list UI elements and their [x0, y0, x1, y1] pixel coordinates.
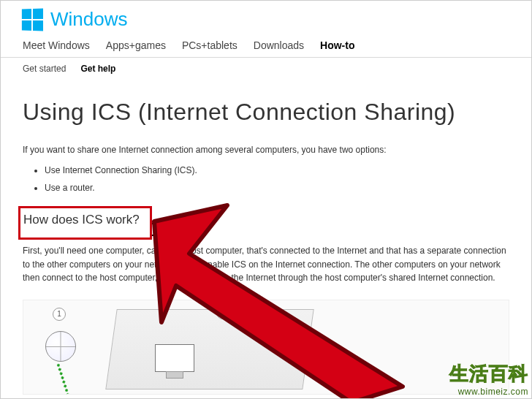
nav-apps-games[interactable]: Apps+games	[106, 39, 166, 51]
list-item: Use Internet Connection Sharing (ICS).	[45, 165, 509, 175]
options-list: Use Internet Connection Sharing (ICS). U…	[23, 165, 509, 193]
monitor-icon	[155, 344, 194, 372]
nav-downloads[interactable]: Downloads	[254, 39, 304, 51]
network-cable-icon	[56, 362, 69, 395]
subnav-get-started[interactable]: Get started	[23, 64, 66, 74]
windows-logo-icon	[22, 8, 43, 31]
nav-meet-windows[interactable]: Meet Windows	[23, 39, 90, 51]
nav-pcs-tablets[interactable]: PCs+tablets	[182, 39, 238, 51]
watermark-url: www.bimeiz.com	[449, 387, 528, 397]
diagram-label-1: 1	[53, 308, 66, 321]
room-outline	[105, 309, 314, 390]
watermark-text: 生活百科	[449, 361, 528, 387]
intro-text: If you want to share one Internet connec…	[23, 145, 509, 155]
page-title: Using ICS (Internet Connection Sharing)	[23, 99, 509, 126]
diagram-label-2: 2	[216, 306, 229, 319]
text-cursor-icon	[154, 223, 156, 236]
primary-nav: Meet Windows Apps+games PCs+tablets Down…	[1, 35, 531, 58]
watermark: 生活百科 www.bimeiz.com	[449, 361, 528, 397]
brand-name: Windows	[50, 8, 127, 31]
globe-icon	[45, 331, 76, 362]
ics-diagram: 1 2	[23, 300, 509, 395]
secondary-nav: Get started Get help	[1, 58, 531, 80]
brand-header: Windows	[1, 1, 531, 35]
section-heading: How does ICS work?	[23, 213, 140, 227]
section-body: First, you'll need one computer, called …	[23, 244, 509, 285]
content-area: Using ICS (Internet Connection Sharing) …	[1, 80, 531, 395]
nav-how-to[interactable]: How-to	[320, 39, 354, 51]
highlighted-heading-box: How does ICS work?	[18, 206, 152, 240]
list-item: Use a router.	[45, 183, 509, 193]
subnav-get-help[interactable]: Get help	[80, 64, 115, 74]
